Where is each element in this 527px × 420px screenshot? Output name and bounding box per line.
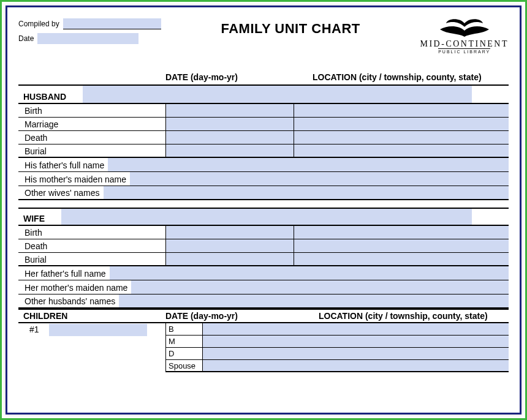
husband-marriage-location[interactable] — [294, 118, 509, 130]
child-1-death-label: D — [165, 348, 202, 359]
child-1-death-location[interactable] — [308, 348, 509, 359]
husband-mother-row: His mother's maiden name — [18, 172, 509, 186]
wife-birth-location[interactable] — [294, 226, 509, 239]
outer-frame: Compiled by Date FAMILY UNIT CHART MID-C… — [0, 0, 527, 420]
compiled-by-label: Compiled by — [18, 20, 59, 28]
wife-father-row: Her father's full name — [18, 266, 509, 280]
logo-main-text: MID-CONTINENT — [420, 39, 509, 48]
date-label: Date — [18, 34, 34, 43]
child-1-block: #1 B M D — [18, 323, 509, 372]
husband-death-row: Death — [18, 131, 509, 144]
wife-burial-label: Burial — [18, 253, 165, 265]
child-1-marriage-location[interactable] — [308, 336, 509, 347]
husband-other-wives-row: Other wives' names — [18, 186, 509, 200]
wife-death-date[interactable] — [165, 239, 294, 252]
husband-burial-location[interactable] — [294, 144, 509, 157]
compiled-block: Compiled by Date — [18, 18, 161, 48]
children-headers: CHILDREN DATE (day-mo-yr) LOCATION (city… — [18, 309, 509, 323]
husband-name-field[interactable] — [83, 86, 472, 103]
child-1-spouse-row: Spouse — [165, 360, 509, 372]
wife-burial-location[interactable] — [294, 253, 509, 265]
wife-birth-label: Birth — [18, 226, 165, 239]
child-1-marriage-label: M — [165, 336, 202, 347]
husband-death-label: Death — [18, 131, 165, 144]
husband-father-row: His father's full name — [18, 158, 509, 172]
child-1-birth-location[interactable] — [308, 323, 509, 335]
wife-birth-date[interactable] — [165, 226, 294, 239]
wife-other-husbands-label: Other husbands' names — [18, 294, 116, 307]
wife-other-husbands-field[interactable] — [119, 294, 509, 307]
husband-marriage-row: Marriage — [18, 118, 509, 131]
book-icon — [435, 18, 494, 38]
child-1-death-date[interactable] — [202, 348, 308, 359]
child-1-marriage-date[interactable] — [202, 336, 308, 347]
wife-label: WIFE — [18, 209, 61, 225]
column-headers: DATE (day-mo-yr) LOCATION (city / townsh… — [18, 72, 509, 86]
child-1-death-row: D — [165, 348, 509, 360]
husband-mother-label: His mother's maiden name — [18, 172, 127, 186]
husband-other-wives-field[interactable] — [104, 186, 509, 199]
logo-sub-text: PUBLIC LIBRARY — [438, 48, 490, 54]
wife-mother-label: Her mother's maiden name — [18, 280, 129, 294]
husband-birth-row: Birth — [18, 104, 509, 118]
child-1-number: #1 — [18, 323, 49, 372]
children-location-header: LOCATION (city / township, county, state… — [306, 311, 509, 321]
child-1-birth-row: B — [165, 323, 509, 336]
husband-birth-label: Birth — [18, 104, 165, 117]
library-logo: MID-CONTINENT PUBLIC LIBRARY — [420, 18, 509, 55]
husband-death-date[interactable] — [165, 131, 294, 144]
husband-birth-location[interactable] — [294, 104, 509, 117]
wife-birth-row: Birth — [18, 226, 509, 239]
husband-burial-label: Burial — [18, 144, 165, 157]
child-1-marriage-row: M — [165, 336, 509, 348]
wife-death-label: Death — [18, 239, 165, 252]
wife-burial-date[interactable] — [165, 253, 294, 265]
location-column-header: LOCATION (city / township, county, state… — [294, 72, 509, 82]
document-page: Compiled by Date FAMILY UNIT CHART MID-C… — [6, 6, 521, 414]
husband-section-header: HUSBAND — [18, 86, 509, 104]
wife-mother-field[interactable] — [131, 280, 509, 294]
wife-father-label: Her father's full name — [18, 266, 107, 280]
wife-father-field[interactable] — [110, 266, 509, 280]
child-1-birth-date[interactable] — [202, 323, 308, 335]
husband-father-field[interactable] — [108, 158, 509, 171]
header: Compiled by Date FAMILY UNIT CHART MID-C… — [18, 18, 509, 55]
wife-death-location[interactable] — [294, 239, 509, 252]
children-date-header: DATE (day-mo-yr) — [165, 311, 306, 321]
husband-mother-field[interactable] — [130, 172, 509, 186]
date-field[interactable] — [37, 33, 138, 44]
husband-label: HUSBAND — [18, 86, 83, 103]
children-label: CHILDREN — [18, 311, 165, 321]
child-1-name-field[interactable] — [49, 324, 147, 336]
husband-burial-date[interactable] — [165, 144, 294, 157]
husband-other-wives-label: Other wives' names — [18, 186, 101, 199]
husband-marriage-label: Marriage — [18, 118, 165, 130]
husband-marriage-date[interactable] — [165, 118, 294, 130]
husband-birth-date[interactable] — [165, 104, 294, 117]
wife-mother-row: Her mother's maiden name — [18, 280, 509, 294]
husband-death-location[interactable] — [294, 131, 509, 144]
page-title: FAMILY UNIT CHART — [221, 21, 360, 37]
wife-name-field[interactable] — [61, 209, 472, 225]
wife-death-row: Death — [18, 239, 509, 253]
husband-burial-row: Burial — [18, 144, 509, 158]
wife-burial-row: Burial — [18, 253, 509, 266]
child-1-birth-label: B — [165, 323, 202, 335]
child-1-spouse-label: Spouse — [165, 360, 202, 371]
wife-other-husbands-row: Other husbands' names — [18, 294, 509, 309]
date-column-header: DATE (day-mo-yr) — [165, 72, 294, 82]
compiled-by-field[interactable] — [63, 18, 161, 29]
child-1-spouse-field[interactable] — [202, 360, 509, 371]
husband-father-label: His father's full name — [18, 158, 105, 171]
wife-section-header: WIFE — [18, 208, 509, 226]
